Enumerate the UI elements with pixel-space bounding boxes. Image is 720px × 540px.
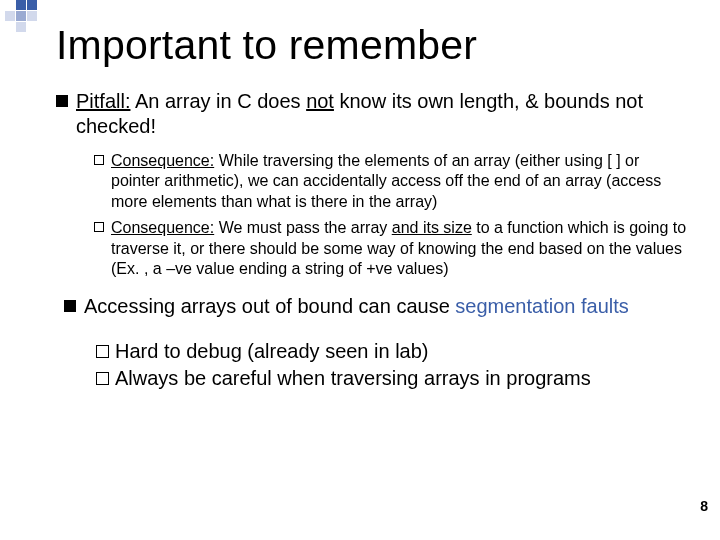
hollow-square-icon [96, 372, 109, 385]
consequence-2-u: and its size [392, 219, 472, 236]
segfault-link: segmentation faults [455, 295, 628, 317]
page-number: 8 [700, 498, 708, 514]
consequence-1: Consequence: While traversing the elemen… [94, 151, 690, 212]
consequence-2: Consequence: We must pass the array and … [94, 218, 690, 279]
hollow-square-icon [94, 222, 104, 232]
bullet-square-icon [56, 95, 68, 107]
segfault-pre: Accessing arrays out of bound can cause [84, 295, 455, 317]
segfault-subgroup: Hard to debug (already seen in lab) Alwa… [96, 339, 690, 392]
bullet-square-icon [64, 300, 76, 312]
slide-title: Important to remember [56, 22, 690, 69]
hollow-square-icon [94, 155, 104, 165]
consequence-group: Consequence: While traversing the elemen… [94, 151, 690, 280]
sub-hard-to-debug-text: Hard to debug (already seen in lab) [115, 339, 690, 365]
bullet-segfault-text: Accessing arrays out of bound can cause … [84, 294, 690, 319]
hollow-square-icon [96, 345, 109, 358]
consequence-2-text: Consequence: We must pass the array and … [111, 218, 690, 279]
slide-content: Important to remember Pitfall: An array … [0, 0, 720, 540]
bullet-segfault: Accessing arrays out of bound can cause … [56, 294, 690, 319]
bullet-pitfall: Pitfall: An array in C does not know its… [56, 89, 690, 139]
pitfall-t1: An array in C does [130, 90, 306, 112]
sub-hard-to-debug: Hard to debug (already seen in lab) [96, 339, 690, 365]
bullet-pitfall-text: Pitfall: An array in C does not know its… [76, 89, 690, 139]
sub-always-careful: Always be careful when traversing arrays… [96, 366, 690, 392]
sub-always-careful-text: Always be careful when traversing arrays… [115, 366, 690, 392]
consequence-2-label: Consequence: [111, 219, 214, 236]
consequence-2-pre: We must pass the array [214, 219, 392, 236]
pitfall-label: Pitfall: [76, 90, 130, 112]
consequence-1-text: Consequence: While traversing the elemen… [111, 151, 690, 212]
consequence-1-label: Consequence: [111, 152, 214, 169]
pitfall-not: not [306, 90, 334, 112]
